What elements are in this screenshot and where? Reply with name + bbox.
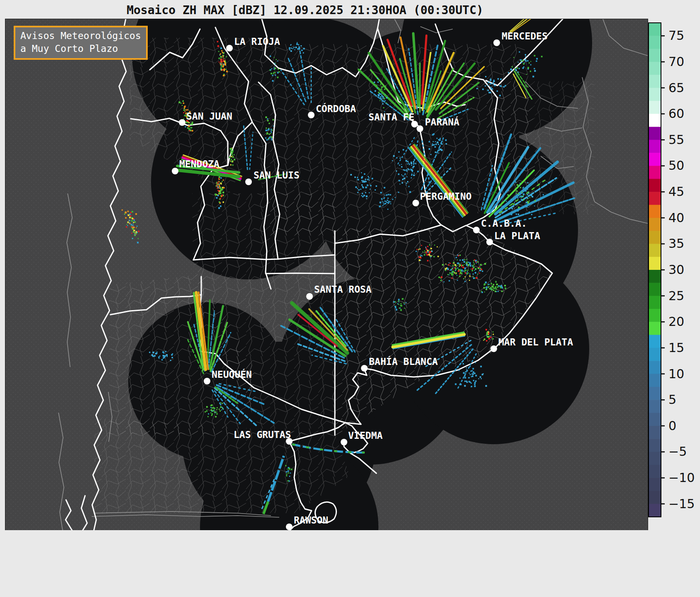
- city-dot: [490, 345, 497, 352]
- colorbar-tick-label: 40: [668, 210, 684, 225]
- colorbar-segment: [649, 88, 661, 101]
- colorbar-segment: [649, 218, 661, 231]
- colorbar-tick-label: 70: [668, 54, 684, 69]
- city-label: LA PLATA: [494, 230, 540, 241]
- colorbar-segment: [649, 270, 661, 283]
- city-label: LAS GRUTAS: [234, 429, 291, 440]
- colorbar-tick-label: 35: [668, 236, 684, 251]
- colorbar-segment: [649, 491, 661, 504]
- colorbar-segment: [649, 322, 661, 335]
- colorbar-tick-label: 5: [668, 392, 676, 407]
- colorbar-segment: [649, 244, 661, 257]
- city-label: SANTA ROSA: [314, 284, 372, 295]
- city-label: SAN LUIS: [254, 170, 300, 181]
- colorbar-segment: [649, 439, 661, 452]
- colorbar-segment: [649, 166, 661, 179]
- colorbar-segment: [649, 465, 661, 478]
- colorbar-segment: [649, 231, 661, 244]
- colorbar-segment: [649, 127, 661, 140]
- footer: Servicio Meteorológico Nacional Argentin…: [0, 530, 700, 597]
- city-label: CÓRDOBA: [316, 103, 356, 114]
- colorbar-segment: [649, 153, 661, 166]
- colorbar-segment: [649, 205, 661, 218]
- radar-map-canvas: LA RIOJAMERCEDESSAN JUANCÓRDOBASANTA FEP…: [5, 19, 648, 531]
- city-dot: [493, 39, 500, 46]
- colorbar-segment: [649, 283, 661, 296]
- advisory-line1: Avisos Meteorológicos: [20, 29, 141, 42]
- city-label: VIEDMA: [348, 430, 383, 441]
- colorbar-segment: [649, 140, 661, 153]
- city-dot: [226, 45, 233, 51]
- colorbar-segment: [649, 400, 661, 413]
- colorbar-segment: [649, 192, 661, 205]
- colorbar-segment: [649, 335, 661, 348]
- colorbar-tick-label: 55: [668, 132, 684, 147]
- city-label: C.A.B.A.: [481, 218, 527, 229]
- city-label: MERCEDES: [502, 31, 548, 42]
- colorbar-tick-label: 50: [668, 158, 684, 173]
- colorbar-segment: [649, 36, 661, 49]
- city-dot: [245, 179, 252, 185]
- colorbar-segment: [649, 101, 661, 114]
- city-dot: [341, 439, 347, 445]
- colorbar-tick-label: 15: [668, 340, 684, 355]
- city-label: SAN JUAN: [186, 111, 232, 122]
- city-dot: [286, 524, 293, 530]
- city-dot: [412, 200, 419, 206]
- city-label: MENDOZA: [179, 159, 220, 169]
- radar-map: LA RIOJAMERCEDESSAN JUANCÓRDOBASANTA FEP…: [5, 19, 648, 531]
- colorbar-segment: [649, 504, 661, 517]
- page-title: Mosaico ZH MAX [dBZ] 12.09.2025 21:30HOA…: [0, 3, 610, 17]
- city-label: RAWSON: [294, 515, 328, 526]
- colorbar-tick-label: −5: [668, 444, 687, 459]
- advisory-line2: a Muy Corto Plazo: [20, 42, 141, 55]
- city-dot: [486, 239, 493, 245]
- colorbar-segment: [649, 426, 661, 439]
- colorbar-tick-label: 20: [668, 314, 684, 329]
- city-dot: [473, 227, 480, 233]
- colorbar-segment: [649, 49, 661, 62]
- colorbar-tick-label: 45: [668, 184, 684, 199]
- city-label: LA RIOJA: [234, 36, 280, 47]
- colorbar-tick-label: −15: [668, 497, 695, 511]
- colorbar-segment: [649, 309, 661, 322]
- city-dot: [417, 125, 423, 132]
- colorbar-segment: [649, 257, 661, 270]
- colorbar-segment: [649, 413, 661, 426]
- city-dot: [361, 365, 368, 372]
- colorbar-tick-label: 60: [668, 106, 684, 121]
- city-dot: [308, 112, 315, 118]
- colorbar-segment: [649, 23, 661, 36]
- colorbar-tick-label: 30: [668, 262, 684, 277]
- colorbar-segment: [649, 114, 661, 127]
- colorbar-tick-label: 75: [668, 28, 684, 43]
- colorbar-segment: [649, 348, 661, 361]
- colorbar-segment: [649, 387, 661, 400]
- city-label: BAHÍA BLANCA: [369, 356, 438, 367]
- colorbar-segment: [649, 296, 661, 309]
- city-dot: [204, 378, 210, 384]
- city-dot: [179, 119, 185, 126]
- colorbar-segment: [649, 361, 661, 374]
- colorbar-tick-label: 0: [668, 418, 676, 433]
- city-label: MAR DEL PLATA: [498, 337, 573, 347]
- city-label: PERGAMINO: [420, 191, 472, 202]
- colorbar-segment: [649, 452, 661, 465]
- colorbar-tick-label: 10: [668, 367, 684, 381]
- colorbar-segment: [649, 75, 661, 88]
- colorbar-segment: [649, 478, 661, 491]
- city-label: PARANÁ: [425, 116, 459, 127]
- colorbar-tick-label: 25: [668, 289, 684, 303]
- advisory-box[interactable]: Avisos Meteorológicos a Muy Corto Plazo: [14, 26, 148, 60]
- colorbar: 757065605550454035302520151050−5−10−15: [648, 21, 700, 544]
- city-label: NEUQUÉN: [212, 369, 252, 380]
- colorbar-tick-label: −10: [668, 470, 695, 485]
- colorbar-segment: [649, 179, 661, 192]
- city-dot: [172, 168, 178, 174]
- colorbar-scale: 757065605550454035302520151050−5−10−15: [648, 21, 700, 544]
- colorbar-segment: [649, 62, 661, 75]
- city-label: SANTA FE: [368, 112, 415, 122]
- colorbar-tick-label: 65: [668, 81, 684, 95]
- city-dot: [306, 293, 313, 300]
- colorbar-segment: [649, 374, 661, 387]
